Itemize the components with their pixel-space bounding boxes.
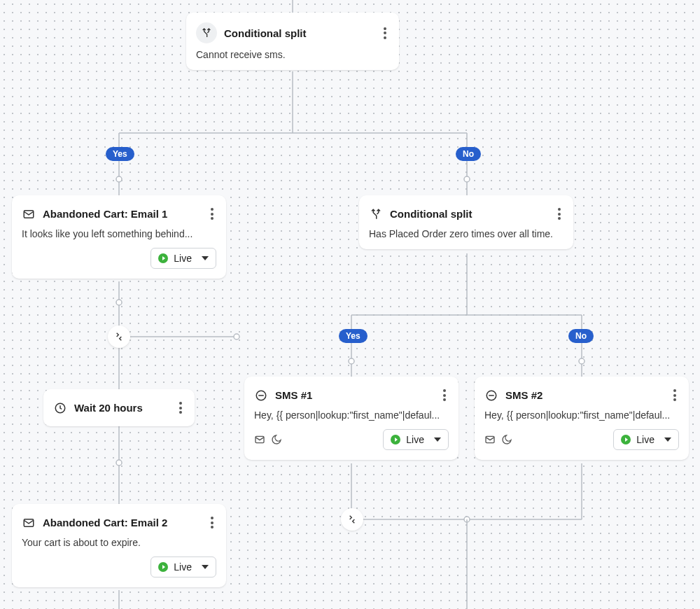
- svg-point-19: [579, 358, 584, 364]
- sms-icon: [254, 388, 268, 402]
- sms-icon: [484, 388, 498, 402]
- node-description: Hey, {{ person|lookup:"first_name"|defau…: [484, 410, 679, 421]
- badge-no: No: [568, 329, 594, 343]
- node-email[interactable]: Abandoned Cart: Email 1 It looks like yo…: [12, 195, 226, 279]
- node-wait[interactable]: Wait 20 hours: [43, 389, 195, 426]
- node-title: SMS #2: [505, 389, 664, 401]
- node-menu-button[interactable]: [440, 386, 449, 404]
- status-dropdown[interactable]: Live: [613, 429, 679, 450]
- node-description: Cannot receive sms.: [196, 49, 389, 60]
- svg-point-5: [116, 176, 122, 182]
- badge-yes: Yes: [106, 147, 134, 161]
- split-icon: [196, 22, 217, 43]
- svg-point-10: [234, 334, 239, 340]
- node-title: Abandoned Cart: Email 2: [43, 517, 201, 528]
- status-label: Live: [636, 434, 654, 445]
- node-description: Your cart is about to expire.: [22, 537, 216, 548]
- chevron-down-icon: [434, 438, 441, 442]
- node-menu-button[interactable]: [208, 205, 216, 223]
- node-menu-button[interactable]: [555, 205, 564, 223]
- email-icon: [22, 207, 36, 221]
- svg-point-6: [464, 176, 470, 182]
- play-icon: [158, 253, 168, 263]
- node-title: Abandoned Cart: Email 1: [43, 208, 201, 220]
- email-icon: [22, 516, 36, 530]
- clock-icon: [53, 401, 67, 415]
- node-title: Conditional split: [224, 27, 374, 39]
- chevron-down-icon: [202, 256, 209, 260]
- status-dropdown[interactable]: Live: [150, 556, 216, 578]
- node-conditional-split[interactable]: Conditional split Cannot receive sms.: [186, 13, 399, 70]
- play-icon: [158, 562, 168, 572]
- node-description: Has Placed Order zero times over all tim…: [369, 228, 564, 239]
- status-label: Live: [174, 253, 192, 264]
- svg-point-23: [464, 517, 470, 522]
- svg-point-12: [116, 460, 122, 465]
- node-sms[interactable]: SMS #1 Hey, {{ person|lookup:"first_name…: [244, 377, 458, 460]
- chevron-down-icon: [202, 565, 209, 569]
- status-dropdown[interactable]: Live: [383, 429, 449, 450]
- node-menu-button[interactable]: [176, 399, 185, 416]
- node-description: It looks like you left something behind.…: [22, 228, 216, 239]
- node-email[interactable]: Abandoned Cart: Email 2 Your cart is abo…: [12, 504, 226, 587]
- badge-yes: Yes: [339, 329, 368, 343]
- email-small-icon: [254, 434, 265, 445]
- split-icon: [369, 207, 383, 221]
- svg-point-18: [349, 358, 354, 364]
- node-description: Hey, {{ person|lookup:"first_name"|defau…: [254, 410, 449, 421]
- svg-point-8: [116, 300, 122, 305]
- status-label: Live: [174, 561, 192, 573]
- moon-icon: [501, 434, 512, 445]
- play-icon: [391, 435, 400, 444]
- node-sms[interactable]: SMS #2 Hey, {{ person|lookup:"first_name…: [475, 377, 689, 460]
- node-title: SMS #1: [275, 389, 433, 401]
- badge-no: No: [456, 147, 481, 161]
- chevron-down-icon: [664, 438, 671, 442]
- node-title: Wait 20 hours: [74, 402, 169, 414]
- merge-node-icon: [108, 326, 130, 348]
- node-menu-button[interactable]: [208, 514, 216, 531]
- node-menu-button[interactable]: [671, 386, 679, 404]
- play-icon: [621, 435, 631, 444]
- status-label: Live: [406, 434, 424, 445]
- email-small-icon: [484, 434, 496, 445]
- node-conditional-split[interactable]: Conditional split Has Placed Order zero …: [359, 195, 573, 249]
- node-title: Conditional split: [390, 208, 548, 220]
- node-menu-button[interactable]: [381, 24, 389, 42]
- moon-icon: [271, 434, 282, 445]
- status-dropdown[interactable]: Live: [150, 248, 216, 269]
- merge-node-icon: [341, 508, 363, 531]
